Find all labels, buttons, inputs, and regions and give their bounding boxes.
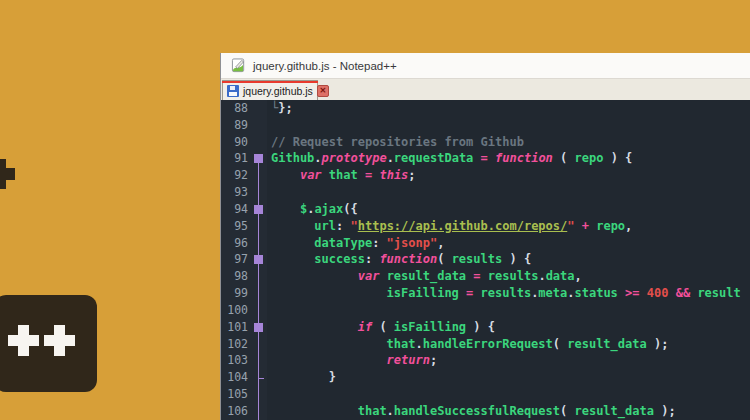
- code-line[interactable]: 99 isFailling = results.meta.status >= 4…: [221, 285, 750, 302]
- plus-glyph-partial-icon: [0, 159, 15, 189]
- code-text: // Request repositories from Github: [267, 134, 524, 151]
- fold-margin: [250, 167, 267, 184]
- line-number: 94: [221, 201, 250, 218]
- code-line[interactable]: 102 that.handleErrorRequest( result_data…: [221, 336, 750, 353]
- code-line[interactable]: 88└};: [221, 100, 750, 117]
- line-number: 97: [221, 251, 250, 268]
- fold-marker-icon[interactable]: [250, 201, 267, 218]
- line-number: 104: [221, 369, 250, 386]
- code-editor[interactable]: 88└};8990// Request repositories from Gi…: [221, 100, 750, 420]
- line-number: 91: [221, 150, 250, 167]
- line-number: 101: [221, 319, 250, 336]
- fold-margin: [250, 235, 267, 252]
- code-text: isFailling = results.meta.status >= 400 …: [267, 285, 741, 302]
- plus-plus-logo: [0, 295, 97, 392]
- fold-margin: [250, 117, 267, 134]
- fold-margin: [250, 184, 267, 201]
- code-line[interactable]: 97 success: function( results ) {: [221, 251, 750, 268]
- tab-label: jquery.github.js: [243, 85, 313, 97]
- fold-marker-icon[interactable]: [250, 319, 267, 336]
- code-text: var that = this;: [267, 167, 416, 184]
- tab-close-button[interactable]: ✕: [317, 85, 329, 97]
- code-line[interactable]: 94 $.ajax({: [221, 201, 750, 218]
- close-icon: ✕: [320, 87, 327, 95]
- code-text: $.ajax({: [267, 201, 358, 218]
- line-number: 99: [221, 285, 250, 302]
- code-text: return;: [267, 352, 437, 369]
- code-line[interactable]: 96 dataType: "jsonp",: [221, 235, 750, 252]
- fold-margin: [250, 285, 267, 302]
- fold-margin: [250, 100, 267, 117]
- fold-marker-icon[interactable]: [250, 150, 267, 167]
- code-line[interactable]: 93: [221, 184, 750, 201]
- code-text: var result_data = results.data,: [267, 268, 582, 285]
- notepadpp-icon: [231, 58, 246, 73]
- code-text: that.handleErrorRequest( result_data );: [267, 336, 668, 353]
- fold-margin: [250, 369, 267, 386]
- line-number: 89: [221, 117, 250, 134]
- code-line[interactable]: 95 url: "https://api.github.com/repos/" …: [221, 218, 750, 235]
- code-line[interactable]: 91Github.prototype.requestData = functio…: [221, 150, 750, 167]
- code-line[interactable]: 98 var result_data = results.data,: [221, 268, 750, 285]
- window-title: jquery.github.js - Notepad++: [253, 60, 397, 72]
- code-text: Github.prototype.requestData = function …: [267, 150, 632, 167]
- code-line[interactable]: 100: [221, 302, 750, 319]
- fold-margin: [250, 218, 267, 235]
- line-number: 105: [221, 386, 250, 403]
- line-number: 98: [221, 268, 250, 285]
- window-titlebar[interactable]: jquery.github.js - Notepad++: [221, 53, 750, 79]
- code-text: [267, 184, 271, 201]
- plus-icon: [8, 325, 39, 356]
- fold-margin: [250, 302, 267, 319]
- code-text: [267, 302, 271, 319]
- notepadpp-window: jquery.github.js - Notepad++ jquery.gith…: [220, 53, 750, 420]
- fold-margin: [250, 268, 267, 285]
- line-number: 106: [221, 403, 250, 420]
- fold-margin: [250, 352, 267, 369]
- line-number: 103: [221, 352, 250, 369]
- line-number: 92: [221, 167, 250, 184]
- code-text: [267, 117, 271, 134]
- fold-margin: [250, 403, 267, 420]
- fold-margin: [250, 134, 267, 151]
- saved-file-icon: [227, 85, 239, 97]
- plus-bar: [54, 325, 65, 356]
- code-line[interactable]: 90// Request repositories from Github: [221, 134, 750, 151]
- fold-margin: [250, 386, 267, 403]
- line-number: 93: [221, 184, 250, 201]
- code-text: └};: [267, 100, 293, 117]
- code-line[interactable]: 103 return;: [221, 352, 750, 369]
- fold-margin: [250, 336, 267, 353]
- fold-marker-icon[interactable]: [250, 251, 267, 268]
- plus-icon: [44, 325, 75, 356]
- code-text: }: [267, 369, 336, 386]
- hero-background: jquery.github.js - Notepad++ jquery.gith…: [0, 0, 750, 420]
- code-line[interactable]: 106 that.handleSuccessfulRequest( result…: [221, 403, 750, 420]
- active-tab-indicator: [222, 81, 318, 83]
- line-number: 96: [221, 235, 250, 252]
- code-text: url: "https://api.github.com/repos/" + r…: [267, 218, 632, 235]
- code-text: if ( isFailling ) {: [267, 319, 495, 336]
- code-line[interactable]: 101 if ( isFailling ) {: [221, 319, 750, 336]
- line-number: 100: [221, 302, 250, 319]
- tab-jquery-github-js[interactable]: jquery.github.js ✕: [222, 80, 318, 100]
- plus-bar: [18, 325, 29, 356]
- code-text: success: function( results ) {: [267, 251, 531, 268]
- code-line[interactable]: 89: [221, 117, 750, 134]
- plus-bar: [0, 159, 6, 189]
- line-number: 102: [221, 336, 250, 353]
- code-line[interactable]: 104 }: [221, 369, 750, 386]
- code-text: that.handleSuccessfulRequest( result_dat…: [267, 403, 676, 420]
- code-text: [267, 386, 271, 403]
- code-line[interactable]: 92 var that = this;: [221, 167, 750, 184]
- code-lines: 88└};8990// Request repositories from Gi…: [221, 100, 750, 420]
- line-number: 88: [221, 100, 250, 117]
- code-line[interactable]: 105: [221, 386, 750, 403]
- code-text: dataType: "jsonp",: [267, 235, 444, 252]
- line-number: 90: [221, 134, 250, 151]
- tab-bar: jquery.github.js ✕: [221, 79, 750, 100]
- line-number: 95: [221, 218, 250, 235]
